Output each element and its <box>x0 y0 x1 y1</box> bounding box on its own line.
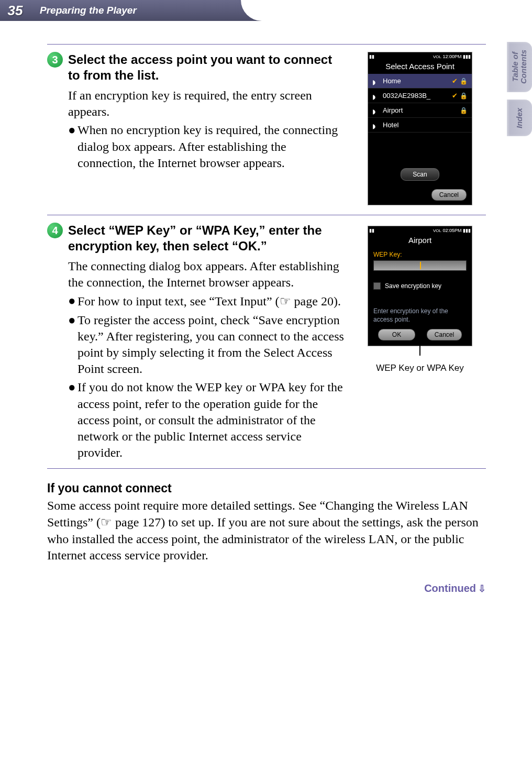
rule-top <box>47 44 486 45</box>
down-arrow-icon: ⇩ <box>478 583 486 594</box>
pause-icon: ▮▮ <box>369 228 374 233</box>
ap-name: Hotel <box>383 121 398 129</box>
shot2-body: WEP Key: Save encryption key Enter encry… <box>368 248 472 324</box>
header-curve <box>241 0 532 21</box>
step-4-badge: 4 <box>47 223 63 238</box>
step-3: 3 Select the access point you want to co… <box>47 52 487 205</box>
if-you-cannot-connect-body: Some access point require more detailed … <box>47 498 487 564</box>
bullet-dot-icon: ● <box>68 312 77 378</box>
shot2-time: 02:05PM <box>442 228 461 233</box>
screenshot-wep-key: ▮▮ VOL 02:05PM ▮▮▮ Airport WEP Key: Save… <box>368 226 472 346</box>
battery-icon: ▮▮▮ <box>463 54 471 59</box>
vol-icon: VOL <box>433 54 441 59</box>
ap-row-airport[interactable]: Airport 🔒 <box>368 103 472 118</box>
shot2-buttons: OK Cancel <box>368 324 472 346</box>
step-4: 4 Select “WEP Key” or “WPA Key,” enter t… <box>47 223 487 461</box>
step-4-screenshot-col: ▮▮ VOL 02:05PM ▮▮▮ Airport WEP Key: Save… <box>354 223 486 461</box>
text-cursor <box>420 262 421 269</box>
lock-icon: 🔒 <box>460 78 468 85</box>
ok-button[interactable]: OK <box>378 329 415 340</box>
step-3-screenshot-col: ▮▮ VOL 12:00PM ▮▮▮ Select Access Point H… <box>354 52 486 205</box>
lock-icon: 🔒 <box>460 107 468 114</box>
vol-icon: VOL <box>433 228 441 233</box>
check-icon: ✔ <box>452 77 458 85</box>
page-header: 35 Preparing the Player <box>0 0 532 21</box>
shot1-cancel-row: Cancel <box>368 185 472 205</box>
wifi-icon <box>372 93 380 99</box>
b1-post: page 20). <box>291 294 341 308</box>
shot2-title: Airport <box>368 234 472 248</box>
shot1-time: 12:00PM <box>442 54 461 59</box>
shot2-wrap: ▮▮ VOL 02:05PM ▮▮▮ Airport WEP Key: Save… <box>368 226 472 373</box>
shot2-caption: WEP Key or WPA Key <box>376 363 464 373</box>
page-number: 35 <box>0 3 30 19</box>
if-you-cannot-connect-head: If you cannot connect <box>47 481 487 495</box>
shot2-statusbar: ▮▮ VOL 02:05PM ▮▮▮ <box>368 226 472 234</box>
save-encryption-row[interactable]: Save encryption key <box>373 282 467 290</box>
cannot-post: page 127) to set up. If you are not sure… <box>47 515 479 561</box>
ap-row-home[interactable]: Home ✔🔒 <box>368 74 472 89</box>
step-4-intro: The connecting dialog box appears. After… <box>68 258 346 291</box>
wep-key-label: WEP Key: <box>373 251 467 258</box>
rule-bottom <box>47 468 486 469</box>
wifi-icon <box>372 122 380 128</box>
step-4-bullet-3-text: If you do not know the WEP key or WPA ke… <box>77 379 346 461</box>
battery-icon: ▮▮▮ <box>463 228 471 233</box>
enter-key-text: Enter encryption key of the access point… <box>373 307 467 324</box>
step-3-head: 3 Select the access point you want to co… <box>47 52 346 83</box>
rule-mid <box>47 215 486 215</box>
step-4-bullet-2: ● To register the access point, check “S… <box>68 312 346 378</box>
step-4-bullet-1: ● For how to input text, see “Text Input… <box>68 293 346 310</box>
step-3-bullet-1: ● When no encryption key is required, th… <box>68 122 346 171</box>
pause-icon: ▮▮ <box>369 54 374 59</box>
shot1-scan-row: Scan <box>368 164 472 185</box>
shot1-statusbar: ▮▮ VOL 12:00PM ▮▮▮ <box>368 52 472 60</box>
continued-label: Continued <box>424 582 476 594</box>
wifi-icon <box>372 78 380 84</box>
ap-name: Home <box>383 77 401 85</box>
step-4-bullet-2-text: To register the access point, check “Sav… <box>77 312 346 378</box>
ap-row-hotel[interactable]: Hotel <box>368 118 472 133</box>
step-3-badge: 3 <box>47 52 63 68</box>
side-tabs: Table of Contents Index <box>507 42 532 136</box>
cancel-button[interactable]: Cancel <box>431 189 467 201</box>
lock-icon: 🔒 <box>460 92 468 100</box>
step-3-bullet-1-text: When no encryption key is required, the … <box>77 122 346 171</box>
cancel-button[interactable]: Cancel <box>427 329 462 340</box>
bullet-dot-icon: ● <box>68 379 77 461</box>
hand-icon: ☞ <box>280 294 291 308</box>
step-3-title: Select the access point you want to conn… <box>68 52 346 83</box>
bullet-dot-icon: ● <box>68 293 77 310</box>
wep-key-input[interactable] <box>373 260 467 271</box>
check-icon: ✔ <box>452 92 458 100</box>
header-title: Preparing the Player <box>40 5 137 16</box>
tab-index[interactable]: Index <box>507 100 532 136</box>
ap-name: Airport <box>383 106 403 114</box>
bullet-dot-icon: ● <box>68 122 77 171</box>
b1-pre: For how to input text, see “Text Input” … <box>77 294 280 308</box>
shot1-title: Select Access Point <box>368 60 472 74</box>
shot1-empty <box>368 133 472 164</box>
step-4-text: 4 Select “WEP Key” or “WPA Key,” enter t… <box>47 223 346 461</box>
ap-row-0032[interactable]: 0032AE2983B_ ✔🔒 <box>368 89 472 103</box>
continued-indicator: Continued⇩ <box>47 582 486 594</box>
hand-icon: ☞ <box>101 515 112 529</box>
checkbox-icon[interactable] <box>373 282 381 290</box>
tab-table-of-contents[interactable]: Table of Contents <box>507 42 532 92</box>
step-4-head: 4 Select “WEP Key” or “WPA Key,” enter t… <box>47 223 346 254</box>
callout-line <box>419 343 420 356</box>
step-4-bullet-1-text: For how to input text, see “Text Input” … <box>77 293 341 310</box>
step-4-title: Select “WEP Key” or “WPA Key,” enter the… <box>68 223 346 254</box>
scan-button[interactable]: Scan <box>401 168 439 181</box>
step-3-intro: If an encryption key is required, the en… <box>68 87 346 120</box>
screenshot-select-access-point: ▮▮ VOL 12:00PM ▮▮▮ Select Access Point H… <box>368 52 472 205</box>
save-encryption-label: Save encryption key <box>385 282 441 290</box>
ap-name: 0032AE2983B_ <box>383 92 430 100</box>
step-3-text: 3 Select the access point you want to co… <box>47 52 346 205</box>
step-4-bullet-3: ● If you do not know the WEP key or WPA … <box>68 379 346 461</box>
main-content: 3 Select the access point you want to co… <box>47 41 487 594</box>
wifi-icon <box>372 107 380 114</box>
